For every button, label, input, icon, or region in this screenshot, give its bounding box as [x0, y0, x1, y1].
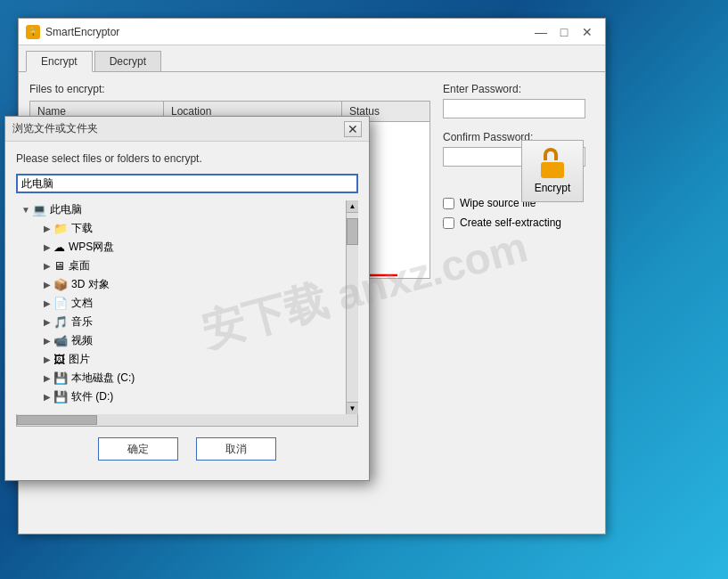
minimize-button[interactable]: — [530, 23, 552, 41]
title-bar-left: 🔒 SmartEncryptor [26, 25, 119, 39]
dialog-buttons: 确定 取消 [16, 437, 358, 461]
tree-expand-cdrive: ▶ [41, 373, 53, 383]
browse-dialog: 浏览文件或文件夹 ✕ Please select files or folder… [4, 116, 370, 481]
tree-item-desktop[interactable]: ▶ 🖥 桌面 [16, 257, 346, 275]
tree-item-cdrive[interactable]: ▶ 💾 本地磁盘 (C:) [16, 369, 346, 387]
tree-container: ▼ 💻 此电脑 ▶ 📁 下载 ▶ ☁ WPS网盘 ▶ 🖥 桌面 [16, 200, 358, 414]
tab-area: Encrypt Decrypt [19, 45, 605, 72]
encrypt-button[interactable]: Encrypt [521, 140, 584, 202]
tree-label-desktop: 桌面 [69, 258, 90, 273]
extracting-checkbox[interactable] [443, 217, 454, 229]
tree-scroll-thumb[interactable] [347, 218, 358, 245]
lock-shackle [544, 148, 558, 160]
tree-scroll-up[interactable]: ▲ [347, 200, 358, 213]
maximize-button[interactable]: □ [553, 23, 575, 41]
tree-label-cdrive: 本地磁盘 (C:) [71, 371, 135, 386]
wipe-checkbox[interactable] [443, 198, 454, 209]
app-title: SmartEncryptor [45, 26, 119, 38]
tree-label-wps: WPS网盘 [69, 240, 114, 255]
tab-decrypt[interactable]: Decrypt [94, 51, 161, 72]
tree-expand-video: ▶ [41, 336, 53, 346]
dialog-title-bar: 浏览文件或文件夹 ✕ [5, 117, 369, 142]
extracting-label: Create self-extracting [460, 216, 561, 229]
tree-label-video: 视频 [71, 333, 93, 348]
title-buttons: — □ ✕ [530, 23, 598, 41]
tree-scroll-h-thumb[interactable] [17, 415, 97, 425]
tree-expand-root: ▼ [20, 205, 32, 215]
app-icon: 🔒 [26, 25, 40, 39]
tree-item-wps[interactable]: ▶ ☁ WPS网盘 [16, 238, 346, 257]
tree-label-download: 下载 [71, 221, 93, 236]
tree-expand-wps: ▶ [41, 242, 53, 252]
tree-item-download[interactable]: ▶ 📁 下载 [16, 219, 346, 238]
tree-icon-pictures: 🖼 [53, 353, 65, 366]
tree-icon-wps: ☁ [53, 241, 65, 254]
tree-inner: ▼ 💻 此电脑 ▶ 📁 下载 ▶ ☁ WPS网盘 ▶ 🖥 桌面 [16, 200, 346, 414]
title-bar: 🔒 SmartEncryptor — □ ✕ [19, 19, 605, 45]
dialog-confirm-button[interactable]: 确定 [98, 437, 178, 461]
tree-icon-desktop: 🖥 [53, 259, 65, 273]
tree-label-3d: 3D 对象 [71, 277, 110, 292]
tree-label-docs: 文档 [71, 296, 93, 311]
tree-label-music: 音乐 [71, 314, 93, 330]
tree-item-root[interactable]: ▼ 💻 此电脑 [16, 200, 346, 219]
tree-item-docs[interactable]: ▶ 📄 文档 [16, 294, 346, 313]
tree-scroll-down[interactable]: ▼ [347, 402, 358, 414]
tree-expand-music: ▶ [41, 317, 53, 327]
tree-label-root: 此电脑 [50, 202, 82, 217]
tree-label-ddrive: 软件 (D:) [71, 389, 113, 404]
password-label: Enter Password: [443, 83, 594, 95]
tree-item-3d[interactable]: ▶ 📦 3D 对象 [16, 275, 346, 294]
tree-expand-ddrive: ▶ [41, 392, 53, 402]
tree-label-pictures: 图片 [69, 352, 90, 367]
tree-item-music[interactable]: ▶ 🎵 音乐 [16, 313, 346, 331]
path-input[interactable] [16, 174, 358, 193]
tree-item-video[interactable]: ▶ 📹 视频 [16, 331, 346, 350]
tree-icon-download: 📁 [53, 222, 68, 235]
tree-icon-cdrive: 💾 [53, 371, 68, 385]
lock-body [541, 162, 564, 178]
dialog-content: Please select files or folders to encryp… [5, 142, 369, 471]
dialog-subtitle: Please select files or folders to encryp… [16, 152, 358, 165]
dialog-close-button[interactable]: ✕ [344, 121, 362, 137]
tree-scrollbar-vertical[interactable]: ▲ ▼ [346, 200, 358, 414]
right-panel: Enter Password: Confirm Password: Wipe s… [443, 83, 594, 256]
dialog-cancel-button[interactable]: 取消 [196, 437, 276, 461]
password-input[interactable] [443, 99, 585, 118]
lock-icon [539, 148, 566, 178]
tree-icon-ddrive: 💾 [53, 390, 68, 404]
tree-expand-pictures: ▶ [41, 355, 53, 364]
tab-encrypt[interactable]: Encrypt [26, 51, 93, 72]
tree-icon-3d: 📦 [53, 278, 68, 291]
extracting-row: Create self-extracting [443, 216, 594, 229]
tree-expand-3d: ▶ [41, 280, 53, 290]
tree-expand-docs: ▶ [41, 298, 53, 308]
tree-icon-docs: 📄 [53, 297, 68, 310]
dialog-title: 浏览文件或文件夹 [12, 121, 98, 136]
tree-icon-root: 💻 [32, 203, 46, 216]
tree-icon-video: 📹 [53, 334, 68, 347]
tree-item-ddrive[interactable]: ▶ 💾 软件 (D:) [16, 387, 346, 406]
tree-expand-desktop: ▶ [41, 261, 53, 271]
tree-icon-music: 🎵 [53, 315, 68, 329]
close-button[interactable]: ✕ [577, 23, 598, 41]
tree-expand-download: ▶ [41, 224, 53, 233]
tree-item-pictures[interactable]: ▶ 🖼 图片 [16, 350, 346, 369]
tree-scrollbar-horizontal[interactable] [16, 414, 358, 427]
